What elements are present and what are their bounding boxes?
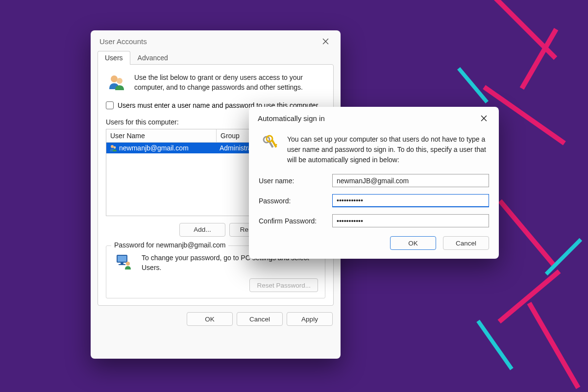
- decorative-stroke: [545, 238, 582, 275]
- dialog-cancel-button[interactable]: Cancel: [443, 236, 489, 250]
- tabs: Users Advanced: [91, 51, 341, 65]
- col-username[interactable]: User Name: [106, 129, 217, 142]
- main-footer: OK Cancel Apply: [91, 312, 341, 333]
- svg-point-2: [111, 145, 114, 148]
- password-input[interactable]: [332, 194, 489, 207]
- user-screen-icon: [113, 253, 135, 270]
- users-icon: [106, 73, 127, 92]
- keys-icon: [259, 134, 280, 152]
- decorative-stroke: [498, 270, 561, 324]
- require-password-checkbox[interactable]: [106, 101, 114, 109]
- decorative-stroke: [476, 320, 513, 370]
- tab-users[interactable]: Users: [98, 51, 130, 65]
- confirm-password-label: Confirm Password:: [259, 217, 332, 225]
- password-label: Password:: [259, 197, 332, 205]
- close-button[interactable]: [315, 32, 336, 50]
- cell-username: newmanjb@gmail.com: [119, 144, 189, 152]
- cancel-button[interactable]: Cancel: [237, 312, 283, 326]
- tab-advanced[interactable]: Advanced: [130, 51, 175, 65]
- decorative-stroke: [498, 199, 556, 267]
- username-label: User name:: [259, 177, 332, 185]
- decorative-stroke: [491, 0, 557, 60]
- svg-point-3: [114, 146, 116, 148]
- decorative-stroke: [527, 302, 581, 389]
- titlebar[interactable]: User Accounts: [91, 30, 341, 52]
- svg-point-1: [117, 78, 122, 84]
- close-icon: [322, 38, 329, 45]
- svg-rect-5: [118, 256, 126, 262]
- intro-text: Use the list below to grant or deny user…: [134, 73, 325, 93]
- confirm-password-input[interactable]: [332, 214, 489, 227]
- dialog-titlebar[interactable]: Automatically sign in: [249, 107, 499, 129]
- close-icon: [481, 115, 487, 122]
- auto-signin-dialog: Automatically sign in You can set up you…: [249, 107, 499, 259]
- apply-button[interactable]: Apply: [287, 312, 333, 326]
- dialog-title: Automatically sign in: [258, 114, 473, 122]
- window-title: User Accounts: [99, 37, 315, 46]
- decorative-stroke: [520, 28, 559, 90]
- dialog-ok-button[interactable]: OK: [390, 236, 436, 250]
- svg-rect-7: [119, 264, 125, 265]
- ok-button[interactable]: OK: [187, 312, 233, 326]
- svg-point-8: [126, 262, 130, 266]
- password-group-legend: Password for newmanjb@gmail.com: [111, 241, 228, 249]
- username-input[interactable]: [332, 174, 489, 187]
- user-row-icon: [109, 144, 117, 152]
- decorative-stroke: [457, 67, 489, 103]
- reset-password-button[interactable]: Reset Password...: [249, 278, 318, 292]
- svg-rect-6: [121, 263, 123, 264]
- svg-point-0: [111, 75, 118, 82]
- add-button[interactable]: Add...: [179, 223, 225, 237]
- dialog-intro: You can set up your computer so that use…: [287, 134, 489, 165]
- dialog-close-button[interactable]: [473, 109, 494, 127]
